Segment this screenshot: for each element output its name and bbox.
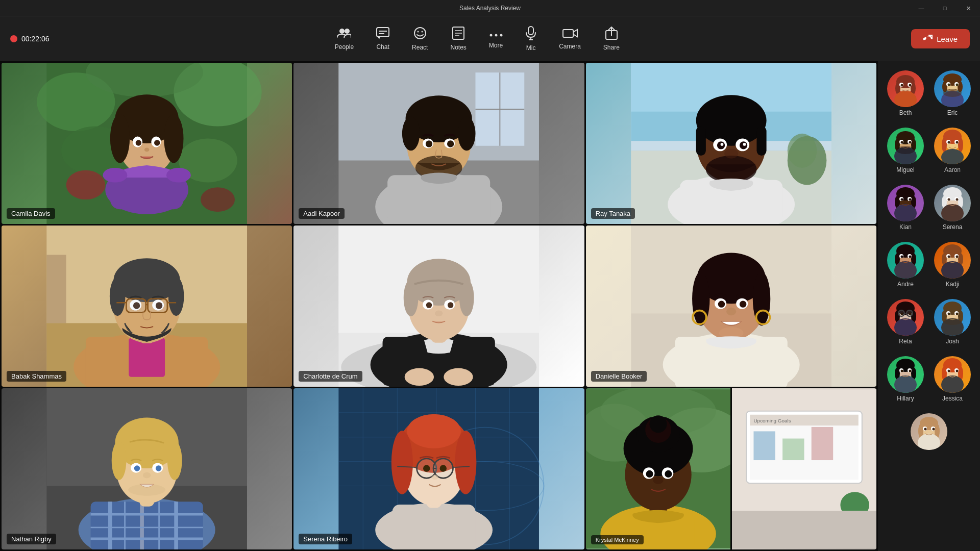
participants-row-6: Hillary Jessica [878, 351, 980, 407]
svg-point-236 [948, 84, 950, 86]
react-label: React [412, 44, 428, 51]
participant-name-hillary: Hillary [897, 395, 914, 402]
svg-point-138 [740, 300, 746, 307]
toolbar-center: People Chat Re [50, 23, 905, 55]
participant-josh[interactable]: Josh [932, 296, 973, 348]
video-cell-camila[interactable]: Camila Davis [2, 63, 292, 224]
participant-serena-sidebar[interactable]: Serena [932, 182, 973, 234]
close-button[interactable]: ✕ [957, 0, 980, 16]
video-cell-charlotte[interactable]: Charlotte de Crum [293, 226, 584, 387]
participant-name-jessica: Jessica [942, 395, 963, 402]
svg-text:Upcoming Goals: Upcoming Goals [753, 418, 791, 423]
svg-point-30 [66, 170, 106, 199]
participant-miguel[interactable]: Miguel [885, 124, 926, 177]
avatar-serena-sidebar [934, 185, 971, 221]
name-label-camila: Camila Davis [7, 208, 55, 219]
svg-rect-18 [563, 30, 573, 37]
svg-point-190 [440, 465, 447, 471]
participant-reta[interactable]: Reta [885, 296, 926, 348]
svg-point-292 [948, 256, 950, 258]
notes-button[interactable]: Notes [443, 23, 473, 54]
react-icon [413, 27, 427, 42]
participants-sidebar: Beth Eric [878, 61, 980, 551]
chat-button[interactable]: Chat [369, 24, 397, 54]
svg-rect-215 [782, 439, 804, 460]
participant-andre[interactable]: Andre [885, 239, 926, 291]
more-button[interactable]: More [482, 26, 510, 52]
svg-point-274 [948, 198, 950, 201]
video-cell-krystal[interactable]: Krystal McKinney [586, 388, 730, 549]
svg-point-203 [649, 415, 667, 433]
svg-point-181 [391, 431, 413, 494]
video-cell-ray[interactable]: Ray Tanaka [586, 63, 876, 224]
name-label-aadi: Aadi Kapoor [299, 208, 345, 219]
video-cell-serena[interactable]: Serena Ribeiro [293, 388, 584, 549]
participant-name-miguel: Miguel [896, 166, 914, 173]
participant-jessica[interactable]: Jessica [932, 353, 973, 405]
mic-label: Mic [526, 44, 536, 52]
svg-point-31 [201, 187, 235, 212]
svg-point-163 [128, 484, 165, 496]
svg-rect-102 [148, 299, 167, 313]
svg-point-208 [653, 477, 663, 484]
share-button[interactable]: Share [596, 23, 627, 54]
leave-label: Leave [937, 35, 958, 43]
participants-row-3: Kian Serena [878, 180, 980, 236]
svg-point-283 [901, 256, 903, 258]
participant-beth[interactable]: Beth [885, 67, 926, 119]
svg-point-247 [909, 141, 912, 144]
name-label-danielle: Danielle Booker [591, 371, 647, 382]
camera-button[interactable]: Camera [552, 24, 588, 53]
mic-button[interactable]: Mic [518, 23, 544, 55]
video-cell-danielle[interactable]: Danielle Booker [586, 226, 876, 387]
svg-point-38 [164, 114, 183, 163]
svg-point-120 [448, 302, 453, 308]
chat-label: Chat [376, 43, 389, 51]
svg-point-312 [956, 313, 959, 315]
svg-point-83 [743, 143, 746, 146]
minimize-button[interactable]: — [910, 0, 933, 16]
name-label-babak: Babak Shammas [7, 371, 66, 382]
svg-point-115 [404, 279, 419, 316]
svg-point-293 [956, 256, 959, 258]
react-button[interactable]: React [405, 23, 435, 54]
svg-rect-15 [528, 27, 533, 35]
participant-name-reta: Reta [899, 338, 912, 345]
participant-name-andre: Andre [897, 281, 914, 288]
video-cell-share[interactable]: Upcoming Goals [732, 388, 876, 549]
svg-point-265 [901, 198, 903, 201]
svg-point-84 [724, 149, 738, 159]
participant-aaron[interactable]: Aaron [932, 124, 973, 177]
avatar-hillary [887, 356, 924, 393]
svg-point-43 [144, 148, 150, 152]
svg-point-62 [447, 140, 454, 147]
svg-point-157 [167, 441, 182, 480]
svg-point-0 [339, 29, 345, 34]
video-cell-bottom-right[interactable]: Krystal McKinney Upcoming Goals [586, 388, 876, 549]
svg-point-227 [901, 84, 903, 87]
video-cell-aadi[interactable]: Aadi Kapoor [293, 63, 584, 224]
participant-hillary[interactable]: Hillary [885, 353, 926, 405]
svg-point-123 [444, 368, 473, 386]
svg-point-339 [924, 428, 927, 431]
participant-kian[interactable]: Kian [885, 182, 926, 234]
svg-point-56 [402, 116, 420, 151]
maximize-button[interactable]: □ [933, 0, 957, 16]
name-label-charlotte: Charlotte de Crum [299, 371, 362, 382]
svg-rect-214 [753, 431, 775, 460]
svg-point-122 [405, 368, 434, 386]
notes-icon [452, 27, 464, 42]
participant-name-aaron: Aaron [944, 166, 961, 173]
avatar-josh [934, 299, 971, 336]
video-cell-babak[interactable]: Babak Shammas [2, 226, 292, 387]
svg-point-322 [909, 370, 912, 372]
participant-extra[interactable] [909, 410, 949, 455]
svg-rect-101 [126, 299, 145, 313]
name-label-nathan: Nathan Rigby [7, 534, 56, 544]
people-button[interactable]: People [328, 24, 361, 54]
participant-eric[interactable]: Eric [932, 67, 973, 119]
video-cell-nathan[interactable]: Nathan Rigby [2, 388, 292, 549]
participant-kadji[interactable]: Kadji [932, 239, 973, 291]
leave-button[interactable]: Leave [911, 29, 970, 48]
name-label-ray: Ray Tanaka [591, 208, 635, 219]
